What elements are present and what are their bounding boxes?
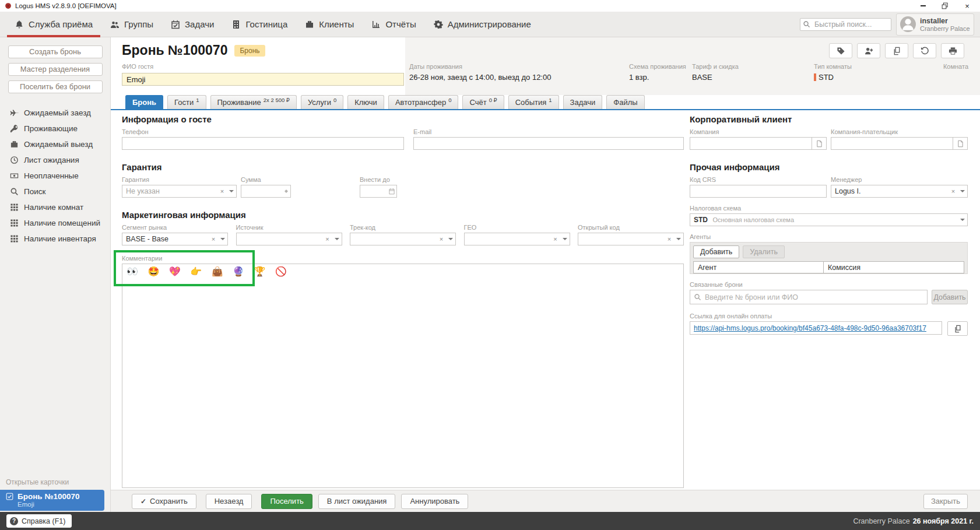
sidebar-item-room-availability[interactable]: Наличие комнат (0, 199, 110, 215)
sidebar-item-unpaid[interactable]: Неоплаченные (0, 168, 110, 184)
nav-item-front-desk[interactable]: Служба приёма (6, 12, 101, 37)
chevron-down-icon[interactable] (958, 185, 967, 197)
clear-icon[interactable]: × (209, 233, 218, 245)
quick-search-input[interactable] (800, 18, 891, 31)
quick-search (800, 18, 891, 31)
nav-item-clients[interactable]: Клиенты (296, 12, 363, 37)
clear-icon[interactable]: × (323, 233, 332, 245)
market-segment-select[interactable]: BASE - Base × (122, 233, 228, 245)
split-wizard-button[interactable]: Мастер разделения (8, 63, 103, 76)
window-title: Logus HMS v2.8.9.0 [OEFIMOVA] (15, 2, 117, 9)
nav-item-hotel[interactable]: Гостиница (223, 12, 296, 37)
phone-input[interactable] (122, 137, 404, 150)
linked-booking-add-button[interactable]: Добавить (932, 290, 968, 304)
history-icon (921, 47, 929, 55)
clear-icon[interactable]: × (437, 233, 446, 245)
copy-link-button[interactable] (947, 321, 968, 336)
nav-item-tasks[interactable]: Задачи (162, 12, 223, 37)
tab-invoice[interactable]: Счёт0 ₽ (462, 95, 504, 109)
comments-textarea[interactable]: 👀 🤩 💖 👉 👜 🔮 🏆 🚫 (122, 264, 684, 488)
logus-hms-window: Logus HMS v2.8.9.0 [OEFIMOVA] × Служба п… (0, 0, 980, 530)
help-button[interactable]: ? Справка (F1) (6, 514, 72, 528)
email-input[interactable] (413, 137, 684, 150)
payer-company-input[interactable] (831, 137, 953, 150)
restore-button[interactable] (940, 2, 950, 10)
tab-stay[interactable]: Проживание2x 2 500 ₽ (210, 95, 297, 109)
tab-transfer[interactable]: Автотрансфер0 (388, 95, 459, 109)
sidebar-item-expected-departure[interactable]: Ожидаемый выезд (0, 136, 110, 152)
track-code-select[interactable]: × (350, 233, 456, 245)
tags-button[interactable] (829, 43, 852, 58)
amount-stepper[interactable] (241, 185, 291, 198)
geo-label: ГЕО (464, 224, 570, 231)
spinner-icons[interactable] (282, 185, 290, 197)
crs-code-input[interactable] (690, 185, 827, 198)
tab-guests[interactable]: Гости1 (167, 95, 206, 109)
agent-add-button[interactable]: Добавить (693, 245, 739, 258)
tab-badge: 1 (549, 97, 552, 103)
copy-booking-button[interactable] (885, 43, 908, 58)
due-date-input[interactable] (360, 185, 397, 198)
guarantee-select[interactable]: Не указан × (122, 185, 237, 198)
sidebar-item-in-house[interactable]: Проживающие (0, 121, 110, 136)
clear-icon[interactable]: × (551, 233, 560, 245)
close-window-button[interactable]: × (963, 2, 972, 10)
tab-files[interactable]: Файлы (606, 95, 644, 109)
payer-card-button[interactable] (953, 137, 968, 150)
chevron-down-icon[interactable] (958, 214, 967, 226)
sidebar-item-expected-arrival[interactable]: Ожидаемый заезд (0, 105, 110, 121)
chevron-down-icon[interactable] (218, 233, 227, 245)
manager-select[interactable]: Logus I. × (831, 185, 968, 198)
sidebar-item-search[interactable]: Поиск (0, 184, 110, 199)
agent-delete-button[interactable]: Удалить (743, 245, 785, 258)
company-input[interactable] (690, 137, 812, 150)
chevron-down-icon[interactable] (227, 185, 236, 197)
payment-link[interactable]: https://api-hms.logus.pro/booking/bf45a6… (694, 324, 926, 332)
close-card-button[interactable]: Закрыть (923, 494, 968, 509)
chevron-down-icon[interactable] (674, 233, 683, 245)
guest-name-label: ФИО гостя (122, 63, 408, 70)
nav-item-reports[interactable]: Отчёты (363, 12, 424, 37)
clear-icon[interactable]: × (217, 185, 227, 197)
add-guest-button[interactable] (857, 43, 880, 58)
save-button[interactable]: ✓ Сохранить (132, 494, 196, 509)
clear-icon[interactable]: × (665, 233, 674, 245)
checkin-without-booking-button[interactable]: Поселить без брони (8, 80, 103, 93)
tab-events[interactable]: События1 (508, 95, 559, 109)
no-show-button[interactable]: Незаезд (206, 494, 252, 509)
sidebar-item-label: Проживающие (24, 124, 78, 133)
chevron-down-icon[interactable] (560, 233, 570, 245)
tab-booking[interactable]: Бронь (125, 95, 163, 109)
minimize-button[interactable] (918, 2, 928, 10)
tab-keys[interactable]: Ключи (347, 95, 384, 109)
clear-icon[interactable]: × (949, 185, 958, 197)
app-logo-icon (5, 2, 12, 9)
open-code-select[interactable]: × (578, 233, 684, 245)
tab-tasks[interactable]: Задачи (563, 95, 603, 109)
users-icon (110, 20, 120, 29)
linked-booking-search-input[interactable] (705, 293, 923, 301)
sidebar-item-waitlist[interactable]: Лист ожидания (0, 152, 110, 168)
open-card-booking[interactable]: Бронь №100070 Emoji (0, 490, 104, 511)
avatar (900, 16, 916, 32)
chevron-down-icon[interactable] (332, 233, 342, 245)
tab-services[interactable]: Услуги0 (301, 95, 343, 109)
geo-select[interactable]: × (464, 233, 570, 245)
annul-button[interactable]: Аннулировать (401, 494, 468, 509)
user-menu[interactable]: installer Cranberry Palace (896, 13, 974, 36)
check-in-button[interactable]: Поселить (261, 494, 312, 509)
calendar-icon[interactable] (387, 185, 396, 197)
print-button[interactable] (941, 43, 964, 58)
source-select[interactable]: × (236, 233, 342, 245)
waitlist-button[interactable]: В лист ожидания (318, 494, 396, 509)
sidebar-item-space-availability[interactable]: Наличие помещений (0, 215, 110, 231)
sidebar-item-inventory-availability[interactable]: Наличие инвентаря (0, 231, 110, 247)
nav-item-groups[interactable]: Группы (101, 12, 162, 37)
nav-item-administration[interactable]: Администрирование (425, 12, 540, 37)
tax-scheme-select[interactable]: STD Основная налоговая схема (690, 213, 968, 226)
guest-name-input[interactable] (122, 73, 404, 86)
create-booking-button[interactable]: Создать бронь (8, 45, 103, 58)
history-button[interactable] (913, 43, 936, 58)
chevron-down-icon[interactable] (446, 233, 455, 245)
company-card-button[interactable] (812, 137, 827, 150)
